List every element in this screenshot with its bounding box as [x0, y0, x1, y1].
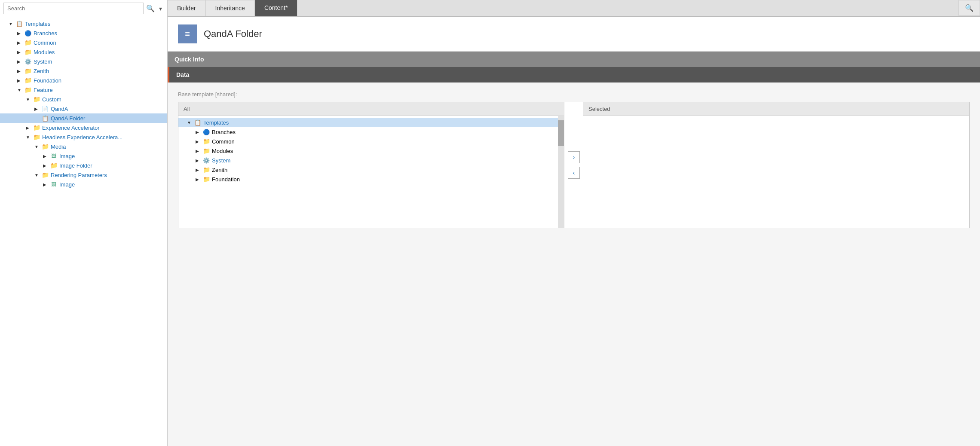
selected-panel: Selected: [583, 102, 969, 228]
selector-arrows: › ‹: [564, 102, 583, 228]
tab-inheritance[interactable]: Inheritance: [206, 0, 255, 16]
left-tree-rendering-params[interactable]: ▼ 📁 Rendering Parameters: [0, 170, 167, 180]
r-arrow-system: ▶: [196, 158, 202, 163]
search-bar: 🔍 ▾: [0, 0, 167, 17]
right-tree-zenith[interactable]: ▶ 📁 Zenith: [178, 165, 564, 174]
qanda-folder-icon: 📋: [41, 115, 49, 122]
r-label-system: System: [212, 157, 230, 164]
left-label-modules: Modules: [34, 49, 55, 55]
r-foundation-icon: 📁: [202, 176, 210, 183]
left-tree-qanda-folder[interactable]: 📋 QandA Folder: [0, 113, 167, 123]
tab-search-button[interactable]: 🔍: [959, 0, 980, 16]
selected-tree[interactable]: [583, 116, 969, 228]
left-tree-branches[interactable]: ▶ 🔵 Branches: [0, 28, 167, 38]
move-left-button[interactable]: ‹: [568, 167, 580, 179]
all-panel-header: All: [178, 102, 564, 116]
data-bar[interactable]: Data: [168, 67, 980, 82]
r-system-icon: ⚙️: [202, 157, 210, 164]
left-label-zenith: Zenith: [34, 68, 49, 74]
right-tree-common[interactable]: ▶ 📁 Common: [178, 137, 564, 146]
r-arrow-modules: ▶: [196, 149, 202, 153]
arrow-modules: ▶: [17, 50, 24, 55]
arrow-templates: ▼: [9, 21, 15, 26]
left-label-feature: Feature: [34, 87, 53, 93]
r-label-branches: Branches: [212, 129, 236, 135]
left-label-image: Image: [59, 153, 75, 159]
left-tree-headless-acc[interactable]: ▼ 📁 Headless Experience Accelera...: [0, 132, 167, 142]
left-tree-image[interactable]: ▶ 🖼 Image: [0, 151, 167, 161]
r-zenith-icon: 📁: [202, 166, 210, 173]
branches-icon: 🔵: [24, 30, 32, 37]
arrow-exp-acc: ▶: [26, 125, 33, 130]
r-label-foundation: Foundation: [212, 176, 240, 183]
r-arrow-branches: ▶: [196, 130, 202, 134]
r-common-icon: 📁: [202, 138, 210, 145]
left-tree-common[interactable]: ▶ 📁 Common: [0, 38, 167, 47]
arrow-branches: ▶: [17, 31, 24, 36]
tab-content[interactable]: Content*: [255, 0, 297, 16]
templates-icon: 📋: [15, 20, 23, 27]
left-tree-feature[interactable]: ▼ 📁 Feature: [0, 85, 167, 95]
r-templates-icon: 📋: [194, 119, 202, 126]
left-label-exp-acc: Experience Accelerator: [42, 125, 100, 131]
dropdown-arrow-button[interactable]: ▾: [157, 3, 164, 14]
quick-info-bar[interactable]: Quick Info: [168, 52, 980, 67]
right-tree-templates[interactable]: ▼ 📋 Templates: [178, 118, 564, 127]
base-template-label: Base template [shared]:: [178, 91, 970, 98]
left-label-headless-acc: Headless Experience Accelera...: [42, 134, 122, 141]
tab-builder[interactable]: Builder: [168, 0, 206, 16]
r-label-zenith: Zenith: [212, 167, 227, 173]
arrow-image2: ▶: [43, 182, 50, 187]
page-header: ≡ QandA Folder: [168, 17, 980, 52]
common-icon: 📁: [24, 39, 32, 46]
content-area: ≡ QandA Folder Quick Info Data Base temp…: [168, 17, 980, 446]
all-tree-scrollbar[interactable]: [558, 116, 564, 228]
left-label-image-folder: Image Folder: [59, 162, 92, 169]
left-tree-media[interactable]: ▼ 📁 Media: [0, 142, 167, 151]
left-label-qanda-folder: QandA Folder: [51, 115, 85, 122]
right-tree-modules[interactable]: ▶ 📁 Modules: [178, 146, 564, 156]
left-tree-image2[interactable]: ▶ 🖼 Image: [0, 180, 167, 189]
left-tree-templates[interactable]: ▼ 📋 Templates: [0, 19, 167, 28]
left-label-branches: Branches: [34, 30, 57, 37]
arrow-custom: ▼: [26, 97, 33, 102]
left-tree-modules[interactable]: ▶ 📁 Modules: [0, 47, 167, 57]
left-label-image2: Image: [59, 181, 75, 188]
left-tree: ▼ 📋 Templates ▶ 🔵 Branches ▶ 📁 Common ▶ …: [0, 17, 167, 446]
base-template-text: Base template: [178, 91, 214, 98]
page-icon: ≡: [178, 24, 197, 43]
left-label-common: Common: [34, 40, 56, 46]
r-arrow-templates: ▼: [187, 120, 194, 125]
search-button[interactable]: 🔍: [144, 3, 157, 14]
left-panel: 🔍 ▾ ▼ 📋 Templates ▶ 🔵 Branches ▶ 📁 Commo…: [0, 0, 168, 446]
move-right-button[interactable]: ›: [568, 151, 580, 163]
left-tree-image-folder[interactable]: ▶ 📁 Image Folder: [0, 161, 167, 170]
form-area: Base template [shared]: All ▼ 📋 Template…: [168, 82, 980, 237]
right-tree-system[interactable]: ▶ ⚙️ System: [178, 156, 564, 165]
left-label-custom: Custom: [42, 96, 61, 103]
left-tree-qanda[interactable]: ▶ 📄 QandA: [0, 104, 167, 113]
arrow-headless-acc: ▼: [26, 135, 33, 140]
arrow-foundation: ▶: [17, 78, 24, 83]
foundation-icon: 📁: [24, 77, 32, 84]
left-tree-experience-acc[interactable]: ▶ 📁 Experience Accelerator: [0, 123, 167, 132]
left-label-qanda: QandA: [51, 106, 68, 112]
feature-icon: 📁: [24, 86, 32, 93]
r-arrow-foundation: ▶: [196, 177, 202, 182]
r-arrow-common: ▶: [196, 139, 202, 144]
left-tree-zenith[interactable]: ▶ 📁 Zenith: [0, 66, 167, 76]
search-input[interactable]: [3, 3, 144, 14]
left-tree-system[interactable]: ▶ ⚙️ System: [0, 57, 167, 66]
image2-icon: 🖼: [50, 181, 58, 188]
modules-icon: 📁: [24, 49, 32, 55]
exp-acc-icon: 📁: [33, 124, 40, 131]
r-modules-icon: 📁: [202, 147, 210, 154]
left-tree-foundation[interactable]: ▶ 📁 Foundation: [0, 76, 167, 85]
all-tree[interactable]: ▼ 📋 Templates ▶ 🔵 Branches ▶ 📁: [178, 116, 564, 228]
rendering-params-icon: 📁: [41, 171, 49, 178]
media-icon: 📁: [41, 143, 49, 150]
left-tree-custom[interactable]: ▼ 📁 Custom: [0, 95, 167, 104]
right-tree-branches[interactable]: ▶ 🔵 Branches: [178, 127, 564, 137]
right-tree-foundation[interactable]: ▶ 📁 Foundation: [178, 174, 564, 184]
image-icon: 🖼: [50, 153, 58, 159]
